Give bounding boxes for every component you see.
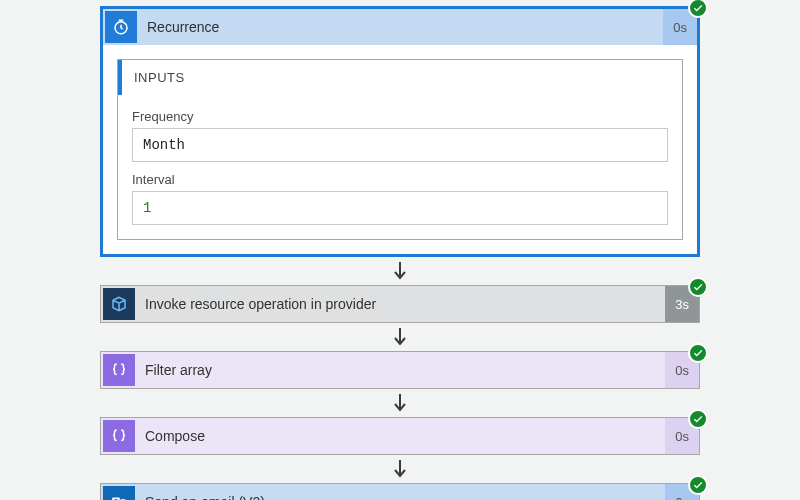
inputs-panel-title: INPUTS	[118, 60, 682, 95]
step-card[interactable]: Invoke resource operation in provider 3s	[100, 285, 700, 323]
step-title: Send an email (V2)	[137, 494, 665, 500]
check-icon	[693, 480, 703, 490]
arrow-down-icon	[391, 326, 409, 348]
field-value-frequency: Month	[132, 128, 668, 162]
step-header[interactable]: Invoke resource operation in provider 3s	[101, 286, 699, 322]
arrow-down-icon	[391, 458, 409, 480]
check-icon	[693, 348, 703, 358]
step-card[interactable]: Recurrence 0s INPUTS Frequency Month Int…	[100, 6, 700, 257]
clock-icon	[105, 11, 137, 43]
field-value-interval: 1	[132, 191, 668, 225]
step-header[interactable]: Compose 0s	[101, 418, 699, 454]
step-send-email: O Send an email (V2) 6s	[100, 483, 700, 500]
field-label-frequency: Frequency	[132, 109, 668, 124]
step-title: Compose	[137, 428, 665, 444]
check-icon	[693, 282, 703, 292]
field-label-interval: Interval	[132, 172, 668, 187]
step-header[interactable]: Filter array 0s	[101, 352, 699, 388]
cube-icon	[103, 288, 135, 320]
braces-icon	[103, 420, 135, 452]
connector-arrow	[100, 257, 700, 285]
arrow-down-icon	[391, 392, 409, 414]
arrow-down-icon	[391, 260, 409, 282]
step-card[interactable]: Compose 0s	[100, 417, 700, 455]
status-badge	[688, 409, 708, 429]
status-badge	[688, 0, 708, 18]
step-invoke: Invoke resource operation in provider 3s	[100, 285, 700, 323]
inputs-panel-body: Frequency Month Interval 1	[118, 95, 682, 239]
status-badge	[688, 475, 708, 495]
step-header[interactable]: O Send an email (V2) 6s	[101, 484, 699, 500]
step-card[interactable]: Filter array 0s	[100, 351, 700, 389]
step-recurrence: Recurrence 0s INPUTS Frequency Month Int…	[100, 6, 700, 257]
status-badge	[688, 343, 708, 363]
step-header[interactable]: Recurrence 0s	[103, 9, 697, 45]
connector-arrow	[100, 455, 700, 483]
step-filter: Filter array 0s	[100, 351, 700, 389]
step-title: Filter array	[137, 362, 665, 378]
flow-column: Recurrence 0s INPUTS Frequency Month Int…	[100, 6, 700, 500]
step-title: Invoke resource operation in provider	[137, 296, 665, 312]
step-title: Recurrence	[139, 19, 663, 35]
step-body: INPUTS Frequency Month Interval 1	[103, 45, 697, 254]
connector-arrow	[100, 323, 700, 351]
inputs-panel: INPUTS Frequency Month Interval 1	[117, 59, 683, 240]
check-icon	[693, 3, 703, 13]
check-icon	[693, 414, 703, 424]
outlook-icon: O	[103, 486, 135, 500]
braces-icon	[103, 354, 135, 386]
step-card[interactable]: O Send an email (V2) 6s	[100, 483, 700, 500]
flow-run-canvas: Recurrence 0s INPUTS Frequency Month Int…	[0, 0, 800, 500]
step-compose: Compose 0s	[100, 417, 700, 455]
status-badge	[688, 277, 708, 297]
connector-arrow	[100, 389, 700, 417]
